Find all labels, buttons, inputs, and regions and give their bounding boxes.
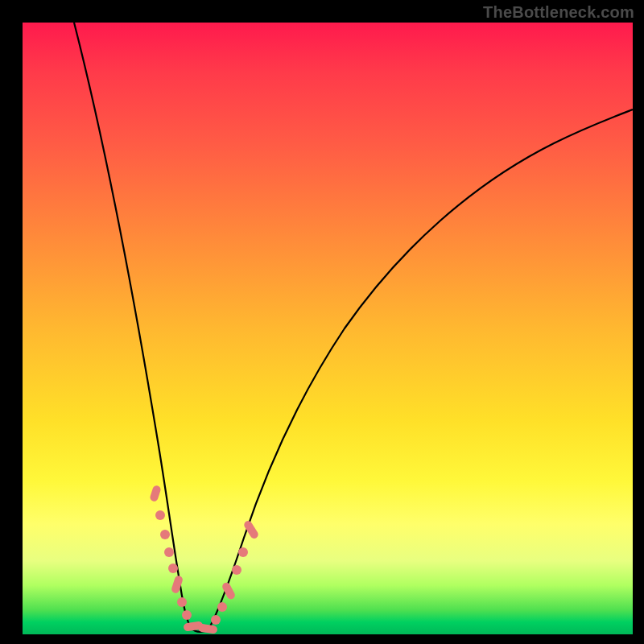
curve-left	[74, 23, 191, 628]
watermark-text: TheBottleneck.com	[483, 3, 634, 22]
plot-area	[23, 23, 633, 634]
svg-point-6	[177, 597, 187, 607]
svg-rect-0	[149, 485, 162, 502]
svg-point-7	[182, 610, 192, 620]
svg-point-2	[160, 530, 170, 539]
svg-point-1	[155, 510, 165, 520]
svg-rect-15	[242, 519, 259, 540]
chart-frame: TheBottleneck.com	[0, 0, 644, 644]
curve-right	[208, 109, 633, 630]
marker-cluster	[149, 485, 259, 634]
svg-point-10	[211, 615, 221, 625]
svg-point-11	[217, 602, 227, 612]
svg-point-3	[164, 547, 174, 557]
curve-layer	[23, 23, 633, 634]
svg-point-14	[238, 547, 248, 557]
svg-point-13	[232, 565, 242, 575]
svg-point-4	[168, 564, 178, 573]
